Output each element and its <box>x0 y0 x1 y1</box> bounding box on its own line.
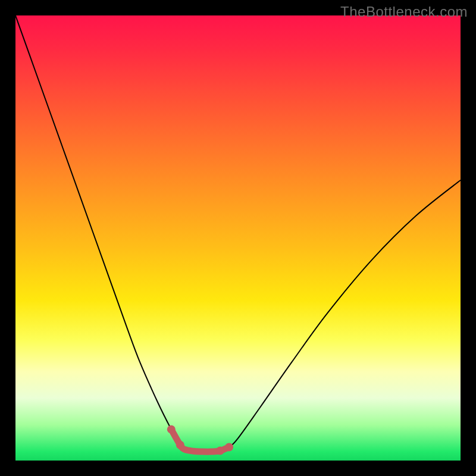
watermark-text: TheBottleneck.com <box>340 4 468 20</box>
valley-dot <box>216 447 224 455</box>
chart-frame: TheBottleneck.com <box>0 0 476 476</box>
curve-svg <box>15 15 461 461</box>
valley-dot <box>167 425 176 434</box>
valley-dot <box>176 441 184 449</box>
bottleneck-curve <box>15 15 461 452</box>
plot-area <box>15 15 461 461</box>
valley-dot <box>225 443 233 452</box>
